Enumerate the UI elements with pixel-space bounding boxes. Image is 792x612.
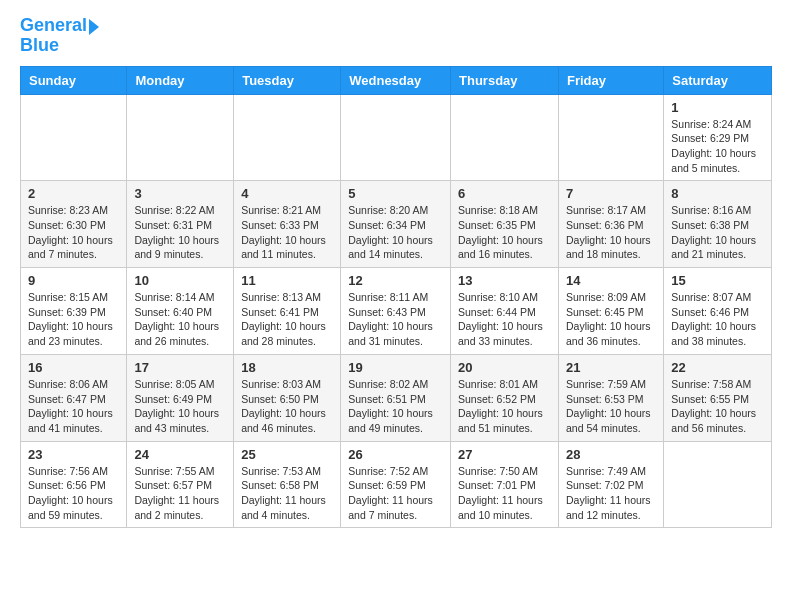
calendar-cell: 5Sunrise: 8:20 AM Sunset: 6:34 PM Daylig…	[341, 181, 451, 268]
day-info: Sunrise: 8:03 AM Sunset: 6:50 PM Dayligh…	[241, 377, 333, 436]
calendar-cell: 7Sunrise: 8:17 AM Sunset: 6:36 PM Daylig…	[558, 181, 663, 268]
day-number: 18	[241, 360, 333, 375]
calendar-cell	[451, 94, 559, 181]
calendar-cell: 10Sunrise: 8:14 AM Sunset: 6:40 PM Dayli…	[127, 268, 234, 355]
calendar-cell: 19Sunrise: 8:02 AM Sunset: 6:51 PM Dayli…	[341, 354, 451, 441]
day-info: Sunrise: 7:59 AM Sunset: 6:53 PM Dayligh…	[566, 377, 656, 436]
day-info: Sunrise: 8:22 AM Sunset: 6:31 PM Dayligh…	[134, 203, 226, 262]
day-info: Sunrise: 8:14 AM Sunset: 6:40 PM Dayligh…	[134, 290, 226, 349]
calendar-page: General Blue SundayMondayTuesdayWednesda…	[0, 0, 792, 544]
day-info: Sunrise: 7:52 AM Sunset: 6:59 PM Dayligh…	[348, 464, 443, 523]
day-number: 17	[134, 360, 226, 375]
calendar-week-0: 1Sunrise: 8:24 AM Sunset: 6:29 PM Daylig…	[21, 94, 772, 181]
day-number: 22	[671, 360, 764, 375]
weekday-header-sunday: Sunday	[21, 66, 127, 94]
day-info: Sunrise: 8:20 AM Sunset: 6:34 PM Dayligh…	[348, 203, 443, 262]
logo: General Blue	[20, 16, 99, 56]
day-number: 1	[671, 100, 764, 115]
day-info: Sunrise: 8:13 AM Sunset: 6:41 PM Dayligh…	[241, 290, 333, 349]
weekday-header-friday: Friday	[558, 66, 663, 94]
calendar-cell	[21, 94, 127, 181]
day-number: 20	[458, 360, 551, 375]
calendar-cell: 4Sunrise: 8:21 AM Sunset: 6:33 PM Daylig…	[234, 181, 341, 268]
weekday-header-monday: Monday	[127, 66, 234, 94]
calendar-week-1: 2Sunrise: 8:23 AM Sunset: 6:30 PM Daylig…	[21, 181, 772, 268]
day-info: Sunrise: 8:11 AM Sunset: 6:43 PM Dayligh…	[348, 290, 443, 349]
logo-blue: Blue	[20, 36, 99, 56]
calendar-cell: 23Sunrise: 7:56 AM Sunset: 6:56 PM Dayli…	[21, 441, 127, 528]
calendar-cell: 1Sunrise: 8:24 AM Sunset: 6:29 PM Daylig…	[664, 94, 772, 181]
weekday-header-row: SundayMondayTuesdayWednesdayThursdayFrid…	[21, 66, 772, 94]
day-number: 26	[348, 447, 443, 462]
day-number: 24	[134, 447, 226, 462]
calendar-cell: 20Sunrise: 8:01 AM Sunset: 6:52 PM Dayli…	[451, 354, 559, 441]
day-number: 6	[458, 186, 551, 201]
day-number: 5	[348, 186, 443, 201]
calendar-week-3: 16Sunrise: 8:06 AM Sunset: 6:47 PM Dayli…	[21, 354, 772, 441]
day-number: 10	[134, 273, 226, 288]
day-info: Sunrise: 8:09 AM Sunset: 6:45 PM Dayligh…	[566, 290, 656, 349]
calendar-cell: 28Sunrise: 7:49 AM Sunset: 7:02 PM Dayli…	[558, 441, 663, 528]
calendar-cell: 13Sunrise: 8:10 AM Sunset: 6:44 PM Dayli…	[451, 268, 559, 355]
calendar-cell: 25Sunrise: 7:53 AM Sunset: 6:58 PM Dayli…	[234, 441, 341, 528]
calendar-cell	[127, 94, 234, 181]
day-number: 16	[28, 360, 119, 375]
day-info: Sunrise: 8:01 AM Sunset: 6:52 PM Dayligh…	[458, 377, 551, 436]
day-number: 15	[671, 273, 764, 288]
day-number: 21	[566, 360, 656, 375]
day-number: 27	[458, 447, 551, 462]
calendar-cell: 3Sunrise: 8:22 AM Sunset: 6:31 PM Daylig…	[127, 181, 234, 268]
day-number: 2	[28, 186, 119, 201]
day-number: 11	[241, 273, 333, 288]
day-number: 12	[348, 273, 443, 288]
day-info: Sunrise: 8:05 AM Sunset: 6:49 PM Dayligh…	[134, 377, 226, 436]
calendar-table: SundayMondayTuesdayWednesdayThursdayFrid…	[20, 66, 772, 529]
day-info: Sunrise: 8:10 AM Sunset: 6:44 PM Dayligh…	[458, 290, 551, 349]
day-info: Sunrise: 7:53 AM Sunset: 6:58 PM Dayligh…	[241, 464, 333, 523]
calendar-week-2: 9Sunrise: 8:15 AM Sunset: 6:39 PM Daylig…	[21, 268, 772, 355]
day-info: Sunrise: 8:24 AM Sunset: 6:29 PM Dayligh…	[671, 117, 764, 176]
day-info: Sunrise: 8:07 AM Sunset: 6:46 PM Dayligh…	[671, 290, 764, 349]
day-number: 8	[671, 186, 764, 201]
calendar-cell: 21Sunrise: 7:59 AM Sunset: 6:53 PM Dayli…	[558, 354, 663, 441]
day-info: Sunrise: 8:06 AM Sunset: 6:47 PM Dayligh…	[28, 377, 119, 436]
calendar-cell: 9Sunrise: 8:15 AM Sunset: 6:39 PM Daylig…	[21, 268, 127, 355]
calendar-cell: 17Sunrise: 8:05 AM Sunset: 6:49 PM Dayli…	[127, 354, 234, 441]
calendar-cell: 26Sunrise: 7:52 AM Sunset: 6:59 PM Dayli…	[341, 441, 451, 528]
day-number: 28	[566, 447, 656, 462]
day-info: Sunrise: 8:02 AM Sunset: 6:51 PM Dayligh…	[348, 377, 443, 436]
logo-text-block: General Blue	[20, 16, 99, 56]
day-info: Sunrise: 8:15 AM Sunset: 6:39 PM Dayligh…	[28, 290, 119, 349]
calendar-cell	[558, 94, 663, 181]
calendar-cell: 24Sunrise: 7:55 AM Sunset: 6:57 PM Dayli…	[127, 441, 234, 528]
day-number: 14	[566, 273, 656, 288]
calendar-cell: 11Sunrise: 8:13 AM Sunset: 6:41 PM Dayli…	[234, 268, 341, 355]
day-info: Sunrise: 7:58 AM Sunset: 6:55 PM Dayligh…	[671, 377, 764, 436]
day-info: Sunrise: 8:23 AM Sunset: 6:30 PM Dayligh…	[28, 203, 119, 262]
calendar-cell: 22Sunrise: 7:58 AM Sunset: 6:55 PM Dayli…	[664, 354, 772, 441]
calendar-cell: 2Sunrise: 8:23 AM Sunset: 6:30 PM Daylig…	[21, 181, 127, 268]
weekday-header-tuesday: Tuesday	[234, 66, 341, 94]
day-info: Sunrise: 7:49 AM Sunset: 7:02 PM Dayligh…	[566, 464, 656, 523]
day-info: Sunrise: 7:56 AM Sunset: 6:56 PM Dayligh…	[28, 464, 119, 523]
weekday-header-wednesday: Wednesday	[341, 66, 451, 94]
day-number: 7	[566, 186, 656, 201]
day-number: 4	[241, 186, 333, 201]
calendar-week-4: 23Sunrise: 7:56 AM Sunset: 6:56 PM Dayli…	[21, 441, 772, 528]
calendar-cell: 16Sunrise: 8:06 AM Sunset: 6:47 PM Dayli…	[21, 354, 127, 441]
day-number: 13	[458, 273, 551, 288]
day-info: Sunrise: 7:55 AM Sunset: 6:57 PM Dayligh…	[134, 464, 226, 523]
calendar-cell	[664, 441, 772, 528]
day-number: 9	[28, 273, 119, 288]
calendar-cell: 27Sunrise: 7:50 AM Sunset: 7:01 PM Dayli…	[451, 441, 559, 528]
calendar-cell: 8Sunrise: 8:16 AM Sunset: 6:38 PM Daylig…	[664, 181, 772, 268]
logo-general: General	[20, 16, 87, 36]
day-info: Sunrise: 8:17 AM Sunset: 6:36 PM Dayligh…	[566, 203, 656, 262]
calendar-cell: 14Sunrise: 8:09 AM Sunset: 6:45 PM Dayli…	[558, 268, 663, 355]
day-number: 19	[348, 360, 443, 375]
day-number: 25	[241, 447, 333, 462]
day-info: Sunrise: 8:18 AM Sunset: 6:35 PM Dayligh…	[458, 203, 551, 262]
calendar-cell: 12Sunrise: 8:11 AM Sunset: 6:43 PM Dayli…	[341, 268, 451, 355]
calendar-cell: 6Sunrise: 8:18 AM Sunset: 6:35 PM Daylig…	[451, 181, 559, 268]
calendar-cell: 18Sunrise: 8:03 AM Sunset: 6:50 PM Dayli…	[234, 354, 341, 441]
